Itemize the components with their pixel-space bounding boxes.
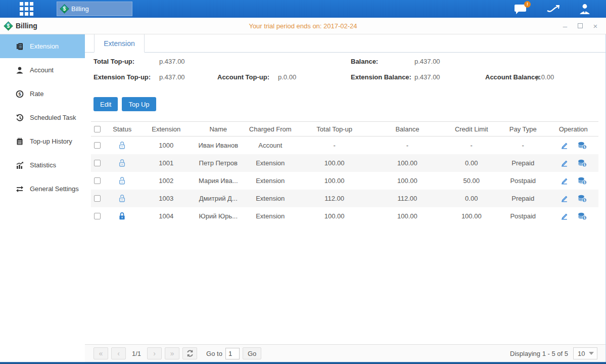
sidebar-item-general-settings[interactable]: General Settings	[0, 177, 85, 201]
edit-icon[interactable]	[560, 141, 569, 150]
col-header-status[interactable]: Status	[107, 125, 137, 133]
sidebar-item-account[interactable]: Account	[0, 58, 85, 82]
sidebar-item-label: General Settings	[30, 185, 79, 193]
col-header-total-topup[interactable]: Total Top-up	[299, 125, 369, 133]
col-header-charged-from[interactable]: Charged From	[242, 125, 299, 133]
window-bottom-edge	[0, 362, 606, 364]
top-up-icon[interactable]: $	[578, 176, 587, 185]
rate-icon: $	[16, 90, 24, 98]
cell-balance: 100.00	[369, 212, 445, 220]
svg-text:$: $	[583, 198, 585, 202]
taskbar-tab-billing[interactable]: $ Billing	[57, 2, 132, 16]
maximize-icon[interactable]	[578, 23, 583, 28]
general-settings-icon	[16, 185, 24, 193]
balance-label: Balance:	[351, 58, 378, 65]
edit-icon[interactable]	[560, 159, 569, 167]
top-up-icon[interactable]: $	[578, 194, 587, 203]
svg-text:$: $	[583, 145, 585, 149]
goto-label: Go to	[206, 350, 222, 357]
next-page-button[interactable]: ›	[147, 347, 162, 359]
sidebar-item-topup-history[interactable]: Top-up History	[0, 129, 85, 153]
app-grid-icon[interactable]	[18, 1, 35, 18]
cell-extension: 1001	[137, 159, 195, 167]
goto-page-input[interactable]	[225, 348, 240, 359]
row-checkbox[interactable]	[94, 213, 101, 219]
svg-text:$: $	[583, 163, 585, 167]
notifications-icon[interactable]: !	[514, 4, 527, 15]
extension-icon	[16, 42, 24, 51]
edit-icon[interactable]	[560, 194, 569, 203]
row-checkbox[interactable]	[94, 195, 101, 202]
cell-charged-from: Account	[242, 142, 299, 149]
sidebar-item-statistics[interactable]: Statistics	[0, 153, 85, 177]
cell-credit-limit: 0.00	[445, 195, 498, 202]
sidebar-item-scheduled-task[interactable]: Scheduled Task	[0, 106, 85, 129]
svg-text:$: $	[583, 216, 585, 220]
cell-credit-limit: 50.00	[445, 177, 498, 185]
cell-balance: -	[369, 142, 445, 149]
sidebar-item-label: Rate	[30, 90, 43, 98]
pagination-bar: « ‹ 1/1 › » Go to Go Displaying 1 - 5 of…	[85, 344, 605, 362]
col-header-operation: Operation	[548, 125, 599, 133]
first-page-button[interactable]: «	[94, 347, 108, 359]
go-button[interactable]: Go	[243, 347, 261, 359]
cell-credit-limit: 0.00	[445, 159, 498, 167]
cell-charged-from: Extension	[242, 177, 299, 185]
select-all-checkbox[interactable]	[94, 126, 101, 132]
balance-value: p.437.00	[414, 58, 440, 65]
refresh-button[interactable]	[182, 347, 197, 359]
page-size-select[interactable]: 10	[573, 347, 597, 359]
sidebar-item-rate[interactable]: $ Rate	[0, 82, 85, 106]
cell-name: Мария Ива...	[195, 177, 242, 185]
cell-pay-type: Postpaid	[498, 212, 548, 220]
top-up-icon[interactable]: $	[578, 159, 587, 167]
cell-pay-type: -	[498, 142, 548, 149]
window-title: Billing	[16, 22, 37, 30]
cell-charged-from: Extension	[242, 195, 299, 202]
main-panel: Extension Total Top-up: p.437.00 Balance…	[85, 34, 605, 362]
row-checkbox[interactable]	[94, 160, 101, 166]
total-topup-label: Total Top-up:	[94, 58, 134, 65]
user-account-icon[interactable]	[579, 3, 591, 15]
close-icon[interactable]: ×	[592, 22, 599, 29]
cell-name: Петр Петров	[195, 159, 242, 167]
locked-icon	[118, 212, 126, 220]
last-page-button[interactable]: »	[165, 347, 179, 359]
row-checkbox[interactable]	[94, 142, 101, 149]
topup-history-icon	[16, 138, 24, 146]
edit-button[interactable]: Edit	[94, 97, 118, 111]
cell-charged-from: Extension	[242, 212, 299, 220]
col-header-balance[interactable]: Balance	[369, 125, 445, 133]
refresh-icon	[187, 350, 194, 357]
sidebar-item-extension[interactable]: Extension	[0, 34, 85, 58]
cell-total-topup: 100.00	[299, 177, 369, 185]
edit-icon[interactable]	[560, 212, 569, 220]
top-up-button[interactable]: Top Up	[122, 97, 156, 111]
trial-notice: Your trial period ends on: 2017-02-24	[0, 22, 606, 30]
monitor-chart-icon[interactable]	[546, 4, 560, 14]
col-header-pay-type[interactable]: Pay Type	[498, 125, 548, 133]
extension-topup-value: p.437.00	[159, 73, 185, 81]
tab-extension[interactable]: Extension	[94, 34, 145, 53]
col-header-name[interactable]: Name	[195, 125, 242, 133]
cell-extension: 1002	[137, 177, 195, 185]
cell-total-topup: 100.00	[299, 159, 369, 167]
cell-extension: 1004	[137, 212, 195, 220]
taskbar-tab-label: Billing	[71, 5, 89, 13]
cell-balance: 112.00	[369, 195, 445, 202]
previous-page-button[interactable]: ‹	[111, 347, 126, 359]
sidebar-item-label: Statistics	[30, 161, 56, 169]
sidebar-item-label: Extension	[30, 42, 59, 50]
total-topup-value: p.437.00	[159, 58, 185, 65]
col-header-extension[interactable]: Extension	[137, 125, 195, 133]
edit-icon[interactable]	[560, 176, 569, 185]
top-up-icon[interactable]: $	[578, 141, 587, 150]
minimize-icon[interactable]: –	[562, 22, 569, 29]
unlocked-icon	[118, 141, 126, 150]
col-header-credit-limit[interactable]: Credit Limit	[445, 125, 498, 133]
top-up-icon[interactable]: $	[578, 212, 587, 220]
row-checkbox[interactable]	[94, 177, 101, 184]
svg-text:$: $	[583, 180, 585, 185]
svg-text:$: $	[18, 92, 21, 97]
chevron-down-icon	[589, 352, 594, 355]
